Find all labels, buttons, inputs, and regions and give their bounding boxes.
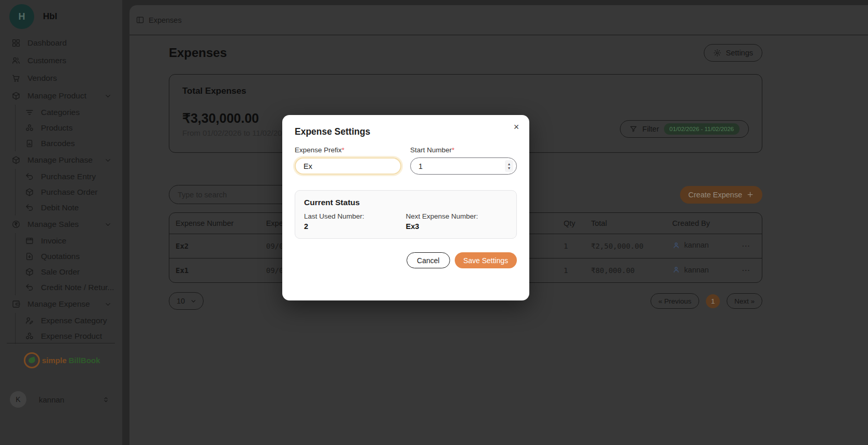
- last-used-number: Last Used Number: 2: [304, 212, 406, 231]
- start-number-label: Start Number*: [410, 146, 517, 154]
- stepper-down-icon[interactable]: ▼: [508, 166, 511, 170]
- next-expense-number: Next Expense Number: Ex3: [406, 212, 508, 231]
- current-status-title: Current Status: [304, 198, 508, 207]
- expense-settings-modal: × Expense Settings Expense Prefix* Start…: [282, 115, 529, 300]
- expense-prefix-field-group: Expense Prefix*: [295, 146, 401, 175]
- close-icon[interactable]: ×: [510, 120, 523, 134]
- stepper-up-icon[interactable]: ▲: [508, 162, 511, 166]
- current-status-panel: Current Status Last Used Number: 2 Next …: [295, 190, 517, 239]
- required-asterisk: *: [342, 146, 344, 154]
- start-number-input[interactable]: [410, 157, 517, 175]
- expense-prefix-label: Expense Prefix*: [295, 146, 401, 154]
- expense-prefix-input[interactable]: [295, 157, 401, 175]
- save-settings-button[interactable]: Save Settings: [455, 252, 517, 268]
- required-asterisk: *: [452, 146, 454, 154]
- cancel-button[interactable]: Cancel: [407, 252, 450, 268]
- modal-title: Expense Settings: [295, 126, 517, 137]
- number-stepper[interactable]: ▲▼: [505, 160, 513, 172]
- start-number-field-group: Start Number* ▲▼: [410, 146, 517, 175]
- app-root: H Hbl Dashboard Customers Vendors Manage…: [0, 0, 868, 445]
